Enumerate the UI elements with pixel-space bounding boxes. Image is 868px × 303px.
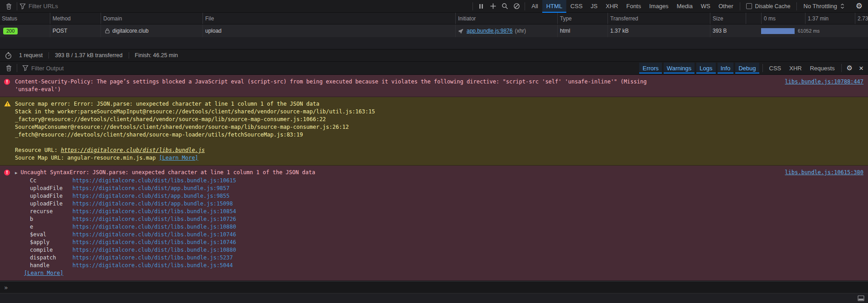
stack-frame: Cc https://digitalcore.club/dist/libs.bu…	[15, 177, 791, 185]
console-filter-warnings[interactable]: Warnings	[664, 63, 694, 73]
source-location-link[interactable]: libs.bundle.js:10615:380	[785, 169, 863, 176]
warning-line: _factory@resource://devtools/client/shar…	[15, 116, 791, 123]
clear-console-button[interactable]	[3, 63, 14, 73]
console-filter-info[interactable]: Info	[718, 63, 734, 73]
initiator-link[interactable]: app.bundle.js:9876	[467, 28, 512, 34]
type-cell: html	[557, 24, 608, 37]
divider	[796, 2, 797, 10]
request-row[interactable]: 200 POST digitalcore.club upload app.bun…	[0, 24, 868, 37]
column-header-method[interactable]: Method	[50, 13, 101, 24]
console-filter-css[interactable]: CSS	[765, 63, 786, 74]
frame-source-link[interactable]: https://digitalcore.club/dist/app.bundle…	[72, 200, 233, 208]
frame-source-link[interactable]: https://digitalcore.club/dist/libs.bundl…	[72, 262, 233, 269]
frame-source-link[interactable]: https://digitalcore.club/dist/libs.bundl…	[72, 246, 236, 254]
console-toolbar: Errors Warnings Logs Info Debug CSS XHR	[0, 62, 868, 75]
network-tab-html[interactable]: HTML	[542, 0, 566, 13]
divider	[762, 64, 763, 72]
new-request-button[interactable]	[487, 1, 499, 12]
frame-function-name: handle	[30, 262, 72, 269]
frame-source-link[interactable]: https://digitalcore.club/dist/libs.bundl…	[72, 208, 236, 215]
console-category-filters: CSS XHR Requests	[765, 63, 839, 74]
network-tab-css[interactable]: CSS	[566, 0, 587, 13]
filter-output-input[interactable]	[31, 65, 122, 72]
divider	[740, 2, 740, 10]
frame-source-link[interactable]: https://digitalcore.club/dist/libs.bundl…	[72, 239, 236, 246]
throttling-select[interactable]: No Throttling	[799, 3, 849, 10]
disable-cache-checkbox[interactable]	[746, 3, 752, 9]
frame-source-link[interactable]: https://digitalcore.club/dist/app.bundle…	[72, 185, 230, 192]
console-input-row[interactable]: »	[0, 281, 868, 293]
column-header-domain[interactable]: Domain	[101, 13, 203, 24]
frame-source-link[interactable]: https://digitalcore.club/dist/libs.bundl…	[72, 223, 236, 231]
block-icon	[513, 3, 520, 10]
initiator-cell: app.bundle.js:9876 (xhr)	[455, 24, 557, 37]
clear-requests-button[interactable]	[3, 1, 14, 12]
network-tab-js[interactable]: JS	[587, 0, 602, 13]
network-tab-other[interactable]: Other	[714, 0, 738, 13]
network-tab-media[interactable]: Media	[673, 0, 697, 13]
frame-source-link[interactable]: https://digitalcore.club/dist/libs.bundl…	[72, 254, 233, 262]
domain-text: digitalcore.club	[112, 28, 149, 34]
plus-icon	[490, 3, 497, 10]
warning-icon	[4, 101, 11, 107]
console-prompt-icon: »	[4, 284, 8, 291]
column-header-size[interactable]: Size	[710, 13, 746, 24]
frame-function-name: uploadFile	[30, 200, 72, 208]
filter-urls-input[interactable]	[29, 3, 119, 10]
search-button[interactable]	[499, 1, 511, 12]
column-header-file[interactable]: File	[203, 13, 455, 24]
syntax-error-header-line: ▶Uncaught SyntaxError: JSON.parse: unexp…	[15, 169, 791, 177]
expand-caret-icon[interactable]: ▶	[15, 171, 17, 175]
frame-function-name: uploadFile	[30, 192, 72, 200]
close-icon[interactable]: ×	[857, 64, 865, 72]
lock-icon	[105, 28, 110, 34]
blank-line	[15, 139, 791, 147]
frame-source-link[interactable]: https://digitalcore.club/dist/libs.bundl…	[72, 177, 236, 185]
network-tab-images[interactable]: Images	[645, 0, 673, 13]
trash-icon	[5, 64, 12, 72]
frame-source-link[interactable]: https://digitalcore.club/dist/libs.bundl…	[72, 231, 236, 239]
frame-function-name: uploadFile	[30, 185, 72, 192]
frame-source-link[interactable]: https://digitalcore.club/dist/app.bundle…	[72, 192, 230, 200]
split-console-icon[interactable]	[858, 295, 864, 301]
network-tab-ws[interactable]: WS	[697, 0, 714, 13]
console-filter-xhr[interactable]: XHR	[785, 63, 805, 74]
stopwatch-icon[interactable]	[5, 52, 12, 59]
column-header-status[interactable]: Status	[0, 13, 50, 24]
network-filter-tabs: All HTML CSS JS XHR Fonts Images Media W…	[527, 0, 737, 13]
file-cell: upload	[203, 24, 455, 37]
stack-frames: Cc https://digitalcore.club/dist/libs.bu…	[15, 177, 791, 269]
learn-more-link[interactable]: [Learn More]	[24, 270, 63, 276]
frame-source-link[interactable]: https://digitalcore.club/dist/libs.bundl…	[72, 215, 236, 223]
divider	[17, 64, 17, 72]
console-filter-debug[interactable]: Debug	[735, 63, 759, 73]
disable-cache-toggle[interactable]: Disable Cache	[743, 3, 794, 10]
network-settings-gear-icon[interactable]: ⚙	[856, 2, 863, 10]
devtools-window: All HTML CSS JS XHR Fonts Images Media W…	[0, 0, 868, 303]
network-tab-all[interactable]: All	[527, 0, 542, 13]
learn-more-link[interactable]: [Learn More]	[159, 155, 198, 161]
console-settings-gear-icon[interactable]: ⚙	[847, 65, 853, 72]
resource-url-link[interactable]: https://digitalcore.club/dist/libs.bundl…	[61, 147, 205, 153]
column-header-initiator[interactable]: Initiator	[455, 13, 557, 24]
block-request-button[interactable]	[511, 1, 522, 12]
console-filter-requests[interactable]: Requests	[806, 63, 839, 74]
trash-icon	[5, 3, 12, 10]
syntax-error-text: Uncaught SyntaxError: JSON.parse: unexpe…	[20, 169, 315, 176]
pause-button[interactable]	[475, 1, 487, 12]
frame-function-name: compile	[30, 246, 72, 254]
source-location-link[interactable]: libs.bundle.js:10788:447	[785, 78, 863, 86]
stack-frame: uploadFile https://digitalcore.club/dist…	[15, 200, 791, 208]
initiator-icon	[458, 28, 464, 34]
console-filter-errors[interactable]: Errors	[639, 63, 661, 73]
column-header-transferred[interactable]: Transferred	[608, 13, 710, 24]
network-tab-fonts[interactable]: Fonts	[622, 0, 645, 13]
warning-stack-lines: Source map error: Error: JSON.parse: une…	[15, 100, 791, 139]
frame-function-name: $eval	[30, 231, 72, 239]
stack-frame: uploadFile https://digitalcore.club/dist…	[15, 192, 791, 200]
csp-error-text: Content-Security-Policy: The page’s sett…	[15, 78, 791, 93]
finish-time: Finish: 46.25 min	[129, 52, 184, 59]
column-header-type[interactable]: Type	[557, 13, 608, 24]
console-filter-logs[interactable]: Logs	[696, 63, 715, 73]
network-tab-xhr[interactable]: XHR	[602, 0, 622, 13]
